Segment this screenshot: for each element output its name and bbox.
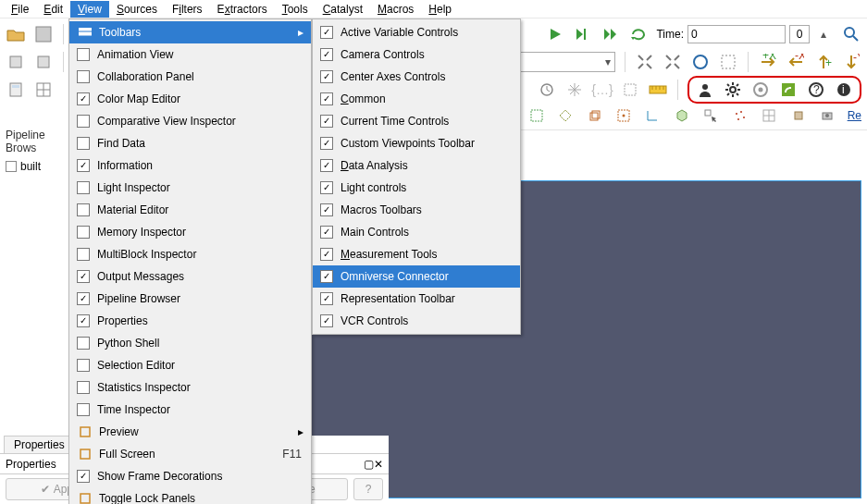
sel-face-icon[interactable] (673, 105, 690, 126)
cube2-icon[interactable] (33, 52, 54, 72)
gear-icon[interactable] (723, 80, 743, 100)
plus-y-icon[interactable]: +Y (813, 52, 834, 72)
ruler-icon[interactable] (648, 80, 668, 100)
mi-light-inspector[interactable]: Light Inspector (69, 177, 311, 199)
mi-time-inspector[interactable]: Time Inspector (69, 399, 311, 421)
info-icon[interactable]: i (834, 80, 854, 100)
cube1-icon[interactable] (6, 52, 26, 72)
smi-omniverse-connector[interactable]: Omniverse Connector (313, 265, 520, 288)
menu-sources[interactable]: Sources (109, 1, 165, 18)
mi-show-frame-decorations[interactable]: Show Frame Decorations (69, 465, 311, 487)
menu-file[interactable]: File (4, 1, 36, 18)
menu-view[interactable]: View (70, 1, 109, 18)
restore-icon[interactable]: ▢ (364, 458, 374, 471)
properties-tab[interactable]: Properties (4, 436, 75, 453)
minus-y-icon[interactable]: -Y (841, 52, 861, 72)
sel-point-icon[interactable] (614, 105, 632, 126)
smi-camera-controls[interactable]: Camera Controls (313, 43, 520, 66)
help-icon[interactable]: ? (806, 80, 826, 100)
smi-representation-toolbar[interactable]: Representation Toolbar (313, 288, 520, 310)
menu-tools[interactable]: Tools (275, 1, 316, 18)
smi-center-axes-controls[interactable]: Center Axes Controls (313, 66, 520, 88)
save-icon[interactable] (33, 24, 54, 44)
clock-icon[interactable] (537, 80, 557, 100)
mi-find-data[interactable]: Find Data (69, 132, 311, 154)
mi-collaboration-panel[interactable]: Collaboration Panel (69, 66, 311, 88)
mi-toggle-lock-panels[interactable]: Toggle Lock Panels (69, 487, 311, 504)
mi-memory-inspector[interactable]: Memory Inspector (69, 221, 311, 243)
mi-output-messages[interactable]: Output Messages (69, 265, 311, 288)
smi-light-controls[interactable]: Light controls (313, 177, 520, 199)
menu-help[interactable]: Help (421, 1, 459, 18)
smi-data-analysis[interactable]: Data Analysis (313, 154, 520, 177)
smi-measurement-tools[interactable]: Measurement Tools (313, 243, 520, 265)
sel-scatter-icon[interactable] (731, 105, 749, 126)
mi-multiblock-inspector[interactable]: MultiBlock Inspector (69, 243, 311, 265)
smi-common[interactable]: Common (313, 88, 520, 110)
step-forward-icon[interactable] (573, 24, 593, 44)
mi-statistics-inspector[interactable]: Statistics Inspector (69, 376, 311, 399)
smi-main-controls[interactable]: Main Controls (313, 221, 520, 243)
sel-axes-icon[interactable] (644, 105, 662, 126)
mi-toolbars[interactable]: Toolbars ▸ (69, 21, 311, 43)
render-view-link[interactable]: Re (848, 109, 861, 122)
skip-end-icon[interactable] (601, 24, 621, 44)
plus-x-icon[interactable]: +X (758, 52, 778, 72)
mi-properties[interactable]: Properties (69, 310, 311, 332)
smi-macros-toolbars[interactable]: Macros Toolbars (313, 199, 520, 221)
axis-in-icon[interactable] (635, 52, 655, 72)
spin-updown-icon[interactable]: ▴ (813, 24, 834, 44)
snowflake-icon[interactable] (564, 80, 585, 100)
sel-select-icon[interactable] (702, 105, 720, 126)
calculator-icon[interactable] (6, 80, 26, 100)
sel-poly-icon[interactable] (556, 105, 574, 126)
nvidia-icon[interactable] (778, 80, 799, 100)
play-icon[interactable] (545, 24, 565, 44)
loop-icon[interactable] (628, 24, 649, 44)
mi-color-map-editor[interactable]: Color Map Editor (69, 88, 311, 110)
sel-cube-icon[interactable] (586, 105, 603, 126)
zoom-icon[interactable] (841, 24, 861, 44)
braces-icon[interactable]: {…} (592, 80, 613, 100)
grid-icon[interactable] (33, 80, 54, 100)
mi-information[interactable]: Information (69, 154, 311, 177)
mi-animation-view[interactable]: Animation View (69, 43, 311, 66)
menu-macros[interactable]: Macros (370, 1, 421, 18)
rectselect-icon[interactable] (620, 80, 640, 100)
circle-dot-icon[interactable] (750, 80, 771, 100)
menu-edit[interactable]: Edit (36, 1, 70, 18)
open-icon[interactable] (6, 24, 26, 44)
mi-full-screen[interactable]: Full ScreenF11 (69, 443, 311, 465)
frame-spinner[interactable]: 0 (789, 25, 810, 43)
svg-rect-4 (38, 56, 49, 68)
checkbox-icon (320, 248, 333, 261)
help-button[interactable]: ? (353, 478, 383, 500)
menu-extractors[interactable]: Extractors (210, 1, 275, 18)
mi-python-shell[interactable]: Python Shell (69, 332, 311, 354)
sel-misc1-icon[interactable] (789, 105, 807, 126)
person-icon[interactable] (695, 80, 715, 100)
menu-filters[interactable]: Filters (165, 1, 210, 18)
smi-vcr-controls[interactable]: VCR Controls (313, 310, 520, 332)
sel-camera-icon[interactable] (818, 105, 836, 126)
mi-comparative-view-inspector[interactable]: Comparative View Inspector (69, 110, 311, 132)
mi-pipeline-browser[interactable]: Pipeline Browser (69, 288, 311, 310)
globe-icon[interactable] (690, 52, 711, 72)
pipeline-root[interactable]: built (0, 158, 71, 175)
view-menu: Toolbars ▸ Animation ViewCollaboration P… (68, 18, 312, 504)
time-input[interactable] (687, 25, 786, 43)
smi-active-variable-controls[interactable]: Active Variable Controls (313, 21, 520, 43)
smi-custom-viewpoints-toolbar[interactable]: Custom Viewpoints Toolbar (313, 132, 520, 154)
axis-out-icon[interactable] (663, 52, 683, 72)
sel-grid-icon[interactable] (760, 105, 777, 126)
mi-material-editor[interactable]: Material Editor (69, 199, 311, 221)
bounds-icon[interactable] (718, 52, 738, 72)
sel-rect-icon[interactable] (527, 105, 545, 126)
smi-current-time-controls[interactable]: Current Time Controls (313, 110, 520, 132)
close-icon[interactable]: ✕ (374, 458, 383, 471)
mi-preview[interactable]: Preview▸ (69, 421, 311, 443)
menu-catalyst[interactable]: Catalyst (316, 1, 370, 18)
minus-x-icon[interactable]: -X (786, 52, 806, 72)
mi-selection-editor[interactable]: Selection Editor (69, 354, 311, 376)
mi-label: Animation View (97, 48, 174, 61)
